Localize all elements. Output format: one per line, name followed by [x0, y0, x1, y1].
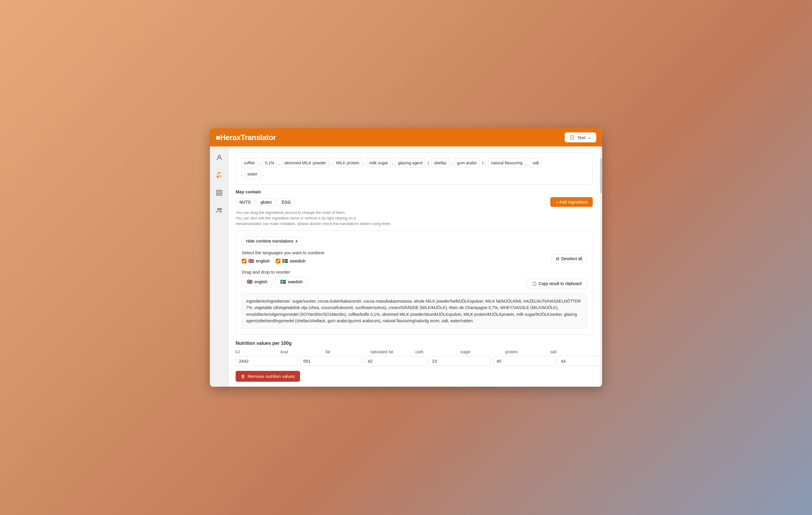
- nutrition-headers: kJ kcal fat saturated fat carb sugar pro…: [236, 350, 593, 354]
- ingredient-milk-protein[interactable]: MILK protein: [334, 158, 362, 168]
- sv-flag-icon: 🇸🇪: [280, 279, 286, 284]
- may-contain-label: May contain: [236, 189, 593, 194]
- hint-drag: You can drag the ingredients around to c…: [236, 210, 593, 215]
- language-order-row: 🇬🇧 english 🇸🇪 swedish: [242, 277, 308, 287]
- nutrition-values-row: [236, 356, 593, 366]
- svg-point-5: [218, 208, 219, 210]
- svg-rect-2: [220, 190, 222, 192]
- ingredient-salt[interactable]: salt: [530, 158, 542, 168]
- nutrition-sugar-input[interactable]: [558, 356, 600, 366]
- svg-rect-4: [220, 193, 222, 195]
- allergen-nuts[interactable]: NUTS: [236, 198, 254, 206]
- sidebar-icon-user[interactable]: [214, 152, 225, 163]
- scrollbar-track[interactable]: [600, 146, 602, 387]
- may-contain-row: NUTS gluten EGG + Add ingredient: [236, 197, 593, 207]
- lang-english-checkbox[interactable]: 🇬🇧 english: [242, 258, 270, 264]
- nutrition-header-protein: protein: [505, 350, 548, 354]
- select-languages-label: Select the languages you want to combine: [242, 250, 324, 255]
- nutrition-carb-input[interactable]: [493, 356, 555, 366]
- remove-nutrition-button[interactable]: 🗑 Remove nutrition values: [236, 371, 300, 382]
- hint-edit: You can also edit the ingredient name or…: [236, 216, 593, 220]
- allergen-egg[interactable]: EGG: [278, 198, 294, 206]
- svg-rect-1: [216, 190, 219, 192]
- sidebar: [210, 146, 229, 387]
- nutrition-header-fat: fat: [325, 350, 368, 354]
- sidebar-icon-grid[interactable]: [214, 188, 225, 198]
- scrollbar-thumb[interactable]: [600, 158, 602, 193]
- add-ingredient-button[interactable]: + Add ingredient: [550, 197, 593, 207]
- ingredient-natural[interactable]: natural flavouring: [488, 158, 525, 168]
- app-logo: ■HeraxTranslator: [216, 133, 276, 142]
- app-window: ■HeraxTranslator 📋 Test ⌄: [210, 128, 602, 387]
- sidebar-icon-team[interactable]: [214, 205, 225, 216]
- chevron-icon: ⌄: [588, 135, 591, 140]
- lang-swedish-checkbox[interactable]: 🇸🇪 swedish: [276, 258, 306, 264]
- ingredient-coffee[interactable]: coffee: [241, 158, 258, 168]
- lang-actions-row: Select the languages you want to combine…: [242, 250, 587, 267]
- nutrition-header-carb: carb: [415, 350, 458, 354]
- language-checkboxes: 🇬🇧 english 🇸🇪 swedish: [242, 258, 324, 264]
- ingredient-glazing[interactable]: glazing agent: [396, 158, 425, 168]
- combine-section: Hide combine translations ∧ Select the l…: [236, 231, 593, 335]
- drag-drop-label: Drag and drop to reorder: [242, 270, 587, 274]
- ingredient-percent[interactable]: 0,1%: [262, 158, 277, 168]
- nutrition-fat-input[interactable]: [365, 356, 427, 366]
- copy-icon: 📋: [532, 281, 537, 286]
- sidebar-icon-translate[interactable]: [214, 170, 225, 181]
- header: ■HeraxTranslator 📋 Test ⌄: [210, 128, 602, 146]
- nutrition-header-kcal: kcal: [281, 350, 323, 354]
- nutrition-section: Nutrition values per 100g kJ kcal fat sa…: [236, 341, 593, 382]
- svg-point-6: [220, 208, 222, 210]
- lang-select-col: Select the languages you want to combine…: [242, 250, 324, 267]
- main-layout: coffee, 0,1%, skimmed MILK powder, MILK …: [210, 146, 602, 387]
- english-order-pill[interactable]: 🇬🇧 english: [242, 277, 272, 287]
- content-area: coffee, 0,1%, skimmed MILK powder, MILK …: [229, 146, 600, 387]
- clipboard-icon: 📋: [569, 135, 575, 140]
- en-flag-icon: 🇬🇧: [247, 279, 253, 284]
- ingredient-skimmed[interactable]: skimmed MILK powder: [282, 158, 329, 168]
- hide-combine-button[interactable]: Hide combine translations ∧: [242, 237, 302, 245]
- trash-icon: 🗑: [241, 374, 245, 379]
- nutrition-kj-input[interactable]: [236, 356, 298, 366]
- logo-prefix: ■: [216, 133, 220, 142]
- combine-header: Hide combine translations ∧: [242, 237, 587, 245]
- hint-mistakes: Heraxtranslator can make mistakes, pleas…: [236, 221, 593, 226]
- swedish-flag-icon: 🇸🇪: [282, 258, 288, 264]
- ingredients-box: coffee, 0,1%, skimmed MILK powder, MILK …: [236, 152, 593, 185]
- nutrition-header-sugar: sugar: [460, 350, 503, 354]
- test-button[interactable]: 📋 Test ⌄: [564, 132, 596, 142]
- copy-clipboard-button[interactable]: 📋 Copy result to clipboard: [527, 278, 587, 289]
- nutrition-header-kj: kJ: [236, 350, 279, 354]
- swedish-order-pill[interactable]: 🇸🇪 swedish: [275, 277, 308, 287]
- nutrition-satfat-input[interactable]: [429, 356, 491, 366]
- deselect-icon: ⊟: [556, 256, 559, 261]
- combine-result-text: ingredients/ingredienser: sugar/socker, …: [242, 294, 587, 329]
- ingredient-gum[interactable]: gum arabic: [454, 158, 480, 168]
- chevron-up-icon: ∧: [295, 239, 298, 243]
- nutrition-header-satfat: saturated fat: [371, 350, 413, 354]
- allergen-gluten[interactable]: gluten: [257, 198, 276, 206]
- may-contain-tags: NUTS gluten EGG: [236, 198, 294, 206]
- nutrition-kcal-input[interactable]: [300, 356, 362, 366]
- svg-point-0: [218, 155, 221, 158]
- ingredient-shellac[interactable]: shellac: [432, 158, 450, 168]
- ingredient-water[interactable]: water: [245, 169, 260, 179]
- english-flag-icon: 🇬🇧: [248, 258, 254, 264]
- nutrition-header-salt: salt: [550, 350, 593, 354]
- nutrition-title: Nutrition values per 100g: [236, 341, 593, 346]
- deselect-all-button[interactable]: ⊟ Deselect all: [551, 254, 587, 263]
- ingredient-milk-sugar[interactable]: milk sugar: [367, 158, 391, 168]
- svg-rect-3: [216, 193, 219, 195]
